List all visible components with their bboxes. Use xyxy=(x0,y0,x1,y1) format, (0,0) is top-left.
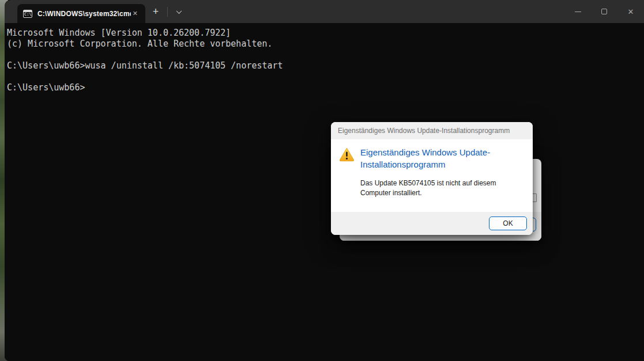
terminal-line: Microsoft Windows [Version 10.0.26200.79… xyxy=(7,28,644,39)
terminal-titlebar[interactable]: C:\ C:\WINDOWS\system32\cmd. ✕ + ✕ xyxy=(5,0,644,23)
dialog-message: Das Update KB5074105 ist nicht auf diese… xyxy=(360,178,525,198)
terminal-line xyxy=(7,71,644,82)
titlebar-divider xyxy=(167,7,168,17)
minimize-icon xyxy=(575,12,581,12)
dialog-text-column: Eigenständiges Windows Update-Installati… xyxy=(360,146,525,212)
wusa-message-dialog: Eigenständiges Windows Update-Installati… xyxy=(331,122,533,235)
tab-title: C:\WINDOWS\system32\cmd. xyxy=(37,10,131,18)
new-tab-button[interactable]: + xyxy=(147,3,164,20)
dialog-footer: OK xyxy=(331,212,533,235)
terminal-line xyxy=(7,50,644,60)
warning-icon xyxy=(339,147,355,162)
cmd-prompt-icon: C:\ xyxy=(23,10,32,18)
tab-dropdown-button[interactable] xyxy=(171,3,187,20)
maximize-icon xyxy=(601,9,607,14)
close-button[interactable]: ✕ xyxy=(617,0,644,23)
dialog-titlebar[interactable]: Eigenständiges Windows Update-Installati… xyxy=(331,122,533,139)
terminal-line: (c) Microsoft Corporation. Alle Rechte v… xyxy=(7,39,644,50)
terminal-line: C:\Users\uwb66>wusa /uninstall /kb:50741… xyxy=(7,60,644,71)
terminal-output-area[interactable]: Microsoft Windows [Version 10.0.26200.79… xyxy=(5,23,644,361)
maximize-button[interactable] xyxy=(591,0,617,23)
dialog-heading: Eigenständiges Windows Update-Installati… xyxy=(360,146,492,170)
dialog-title: Eigenständiges Windows Update-Installati… xyxy=(338,127,510,135)
ok-button[interactable]: OK xyxy=(489,216,527,230)
terminal-prompt-line: C:\Users\uwb66> xyxy=(7,82,644,93)
minimize-button[interactable] xyxy=(564,0,591,23)
tab-close-icon[interactable]: ✕ xyxy=(131,9,140,18)
dialog-body: Eigenständiges Windows Update-Installati… xyxy=(331,139,533,212)
close-icon: ✕ xyxy=(628,8,634,16)
chevron-down-icon xyxy=(176,8,182,14)
terminal-window: C:\ C:\WINDOWS\system32\cmd. ✕ + ✕ Micro… xyxy=(5,0,644,361)
window-controls: ✕ xyxy=(564,0,644,23)
terminal-tab-cmd[interactable]: C:\ C:\WINDOWS\system32\cmd. ✕ xyxy=(17,4,145,23)
